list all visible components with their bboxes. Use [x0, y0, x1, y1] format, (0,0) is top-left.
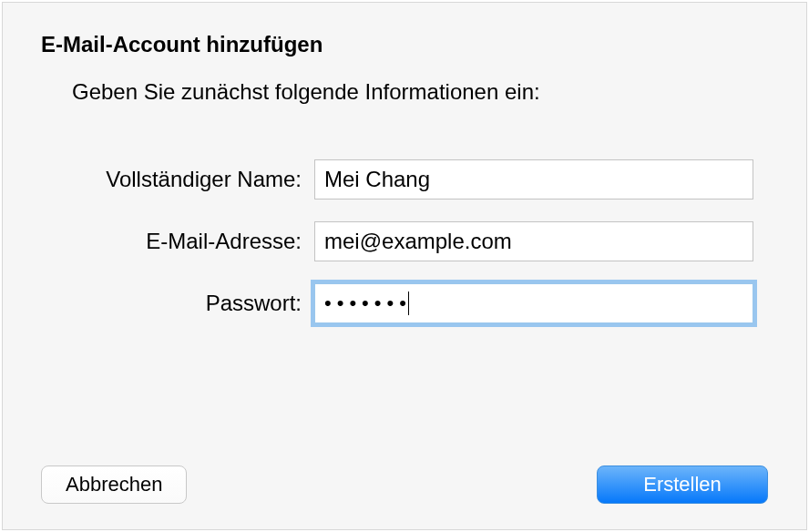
fullname-label: Vollständiger Name: [41, 167, 314, 192]
password-row: Passwort: ••••••• [41, 283, 768, 323]
create-button[interactable]: Erstellen [597, 466, 768, 504]
email-label: E-Mail-Adresse: [41, 229, 314, 254]
add-email-account-dialog: E-Mail-Account hinzufügen Geben Sie zunä… [2, 2, 807, 530]
password-label: Passwort: [41, 291, 314, 316]
email-row: E-Mail-Adresse: [41, 221, 768, 261]
text-cursor [408, 292, 409, 315]
dialog-title: E-Mail-Account hinzufügen [41, 32, 768, 57]
fullname-row: Vollständiger Name: [41, 159, 768, 200]
button-row: Abbrechen Erstellen [41, 466, 768, 504]
cancel-button[interactable]: Abbrechen [41, 466, 187, 504]
password-value: ••••••• [324, 292, 412, 315]
email-input[interactable] [314, 221, 753, 261]
password-input[interactable]: ••••••• [314, 283, 753, 323]
fullname-input[interactable] [314, 159, 753, 200]
dialog-subtitle: Geben Sie zunächst folgende Informatione… [72, 79, 768, 105]
